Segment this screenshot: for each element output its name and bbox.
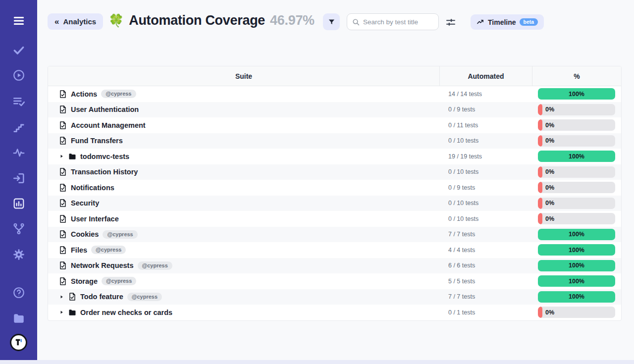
suite-name[interactable]: todomvc-tests — [80, 153, 129, 160]
file-check-icon — [59, 215, 67, 223]
suite-cell: Todo feature @cypress — [48, 289, 439, 305]
file-check-icon — [59, 90, 67, 98]
suite-name[interactable]: User Interface — [71, 215, 119, 223]
suite-name[interactable]: Account Management — [71, 121, 146, 129]
column-settings-button[interactable] — [445, 16, 458, 29]
coverage-progress — [538, 213, 542, 224]
coverage-bar: 0% — [538, 213, 615, 224]
automated-count: 0 / 9 tests — [439, 102, 532, 118]
percent-cell: 0% — [532, 196, 621, 211]
suite-name[interactable]: Security — [71, 199, 99, 207]
suite-name[interactable]: User Authentication — [71, 105, 139, 113]
sidebar-item-help[interactable] — [0, 284, 37, 301]
automated-count: 14 / 14 tests — [439, 86, 532, 102]
suite-name[interactable]: Actions — [71, 90, 97, 98]
sidebar-item-import[interactable] — [0, 170, 37, 187]
suite-name[interactable]: Transaction History — [71, 168, 138, 176]
coverage-progress — [538, 119, 542, 131]
table-body: Actions @cypress 14 / 14 tests 100% User… — [48, 86, 621, 320]
sidebar-item-analytics[interactable] — [0, 195, 37, 212]
expand-caret-icon[interactable] — [59, 154, 64, 159]
table-row[interactable]: Fund Transfers 0 / 10 tests 0% — [48, 133, 621, 149]
suite-tag: @cypress — [91, 246, 126, 254]
sidebar-item-tests[interactable] — [0, 42, 37, 58]
suite-cell: User Authentication — [48, 102, 439, 118]
page-title: Automation Coverage — [129, 13, 265, 28]
filter-button[interactable] — [323, 13, 340, 30]
coverage-bar-label: 100% — [538, 260, 615, 271]
sidebar-item-runs[interactable] — [0, 67, 37, 84]
sidebar-item-settings[interactable] — [0, 246, 37, 263]
coverage-bar: 0% — [538, 166, 615, 178]
automated-count: 0 / 11 tests — [439, 117, 532, 133]
page-title-group: 🍀 Automation Coverage 46.97% — [108, 13, 315, 28]
chevron-double-left-icon: « — [54, 17, 59, 26]
table-row[interactable]: Actions @cypress 14 / 14 tests 100% — [48, 86, 621, 102]
suite-name[interactable]: Network Requests — [71, 261, 134, 269]
search-input[interactable] — [363, 18, 433, 26]
suite-name[interactable]: Cookies — [71, 230, 99, 238]
suite-cell: Storage @cypress — [48, 273, 439, 289]
sidebar-item-menu[interactable] — [0, 12, 37, 29]
app-logo[interactable] — [0, 334, 37, 351]
suite-cell: todomvc-tests — [48, 149, 439, 164]
sliders-icon — [445, 16, 458, 28]
gear-icon — [12, 248, 25, 261]
suite-cell: Transaction History — [48, 164, 439, 180]
coverage-bar-label: 100% — [538, 291, 615, 303]
table-row[interactable]: Security 0 / 10 tests 0% — [48, 196, 621, 211]
sidebar-item-pulse[interactable] — [0, 144, 37, 161]
file-check-icon — [59, 230, 67, 238]
suite-tag: @cypress — [103, 230, 137, 239]
coverage-progress — [538, 198, 542, 209]
expand-caret-icon[interactable] — [59, 310, 64, 315]
suite-cell: Files @cypress — [48, 242, 439, 258]
percent-cell: 0% — [532, 164, 621, 180]
check-icon — [12, 44, 25, 56]
coverage-progress — [538, 182, 542, 193]
coverage-bar: 100% — [538, 88, 615, 100]
sidebar-item-test-plans[interactable] — [0, 93, 37, 110]
table-row[interactable]: Todo feature @cypress 7 / 7 tests 100% — [48, 289, 621, 305]
table-row[interactable]: Files @cypress 4 / 4 tests 100% — [48, 242, 621, 258]
search-box[interactable] — [347, 13, 439, 30]
sidebar-nav — [0, 0, 37, 360]
timeline-button[interactable]: Timeline beta — [471, 14, 544, 30]
table-row[interactable]: Network Requests @cypress 6 / 6 tests 10… — [48, 258, 621, 274]
coverage-bar: 100% — [538, 229, 615, 240]
suite-name[interactable]: Todo feature — [80, 293, 123, 301]
sidebar-item-steps[interactable] — [0, 119, 37, 136]
back-to-analytics-button[interactable]: « Analytics — [48, 13, 103, 30]
table-row[interactable]: Notifications 0 / 9 tests 0% — [48, 180, 621, 196]
table-row[interactable]: Storage @cypress 5 / 5 tests 100% — [48, 273, 621, 289]
coverage-bar-label: 0% — [545, 166, 554, 178]
coverage-table: Suite Automated % Actions @cypress 14 / … — [48, 66, 622, 321]
table-row[interactable]: Cookies @cypress 7 / 7 tests 100% — [48, 227, 621, 243]
sidebar-item-projects[interactable] — [0, 310, 37, 327]
table-row[interactable]: User Interface 0 / 10 tests 0% — [48, 211, 621, 227]
suite-name[interactable]: Storage — [71, 277, 98, 285]
coverage-bar-label: 100% — [538, 88, 615, 100]
coverage-bar: 0% — [538, 104, 615, 115]
suite-name[interactable]: Fund Transfers — [71, 137, 123, 145]
suite-tag: @cypress — [127, 293, 162, 301]
automated-count: 19 / 19 tests — [439, 149, 532, 164]
expand-caret-icon[interactable] — [59, 294, 64, 300]
list-check-icon — [12, 95, 25, 108]
table-row[interactable]: Account Management 0 / 11 tests 0% — [48, 117, 621, 133]
coverage-bar: 0% — [538, 198, 615, 209]
percent-cell: 0% — [532, 102, 621, 118]
table-row[interactable]: User Authentication 0 / 9 tests 0% — [48, 102, 621, 118]
automated-count: 0 / 10 tests — [439, 196, 532, 211]
percent-cell: 100% — [532, 149, 621, 164]
table-row[interactable]: Transaction History 0 / 10 tests 0% — [48, 164, 621, 180]
sidebar-item-branches[interactable] — [0, 220, 37, 237]
funnel-icon — [328, 18, 335, 26]
suite-name[interactable]: Order new checks or cards — [80, 309, 172, 316]
suite-name[interactable]: Notifications — [71, 184, 114, 192]
suite-name[interactable]: Files — [71, 246, 87, 254]
search-icon — [352, 18, 360, 26]
table-row[interactable]: todomvc-tests 19 / 19 tests 100% — [48, 149, 621, 164]
suite-tag: @cypress — [102, 277, 136, 285]
table-row[interactable]: Order new checks or cards 0 / 1 tests 0% — [48, 305, 621, 320]
